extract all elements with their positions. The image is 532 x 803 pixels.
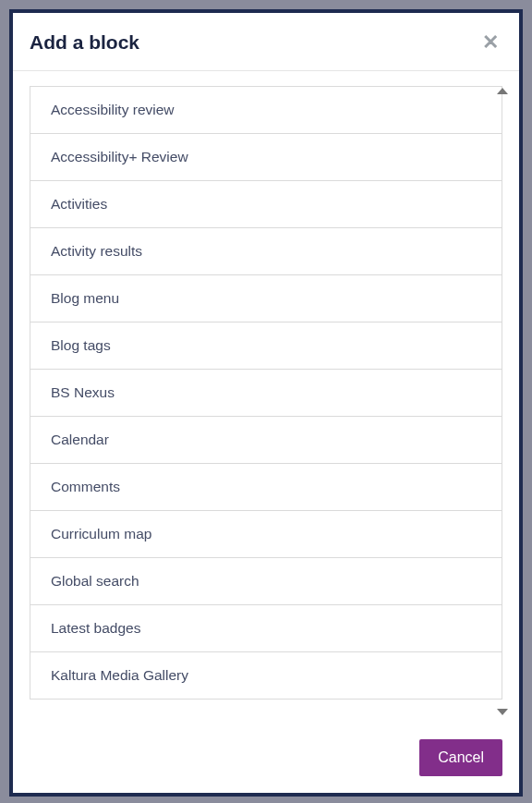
modal-body: Accessibility reviewAccessibility+ Revie… [13,71,519,726]
cancel-button[interactable]: Cancel [419,739,502,776]
block-item[interactable]: Blog menu [30,275,502,322]
close-button[interactable]: ✕ [478,32,502,53]
block-item-label: Blog menu [51,290,119,306]
block-item-label: Curriculum map [51,526,151,541]
modal-header: Add a block ✕ [13,13,519,71]
block-item-label: Kaltura Media Gallery [51,667,188,683]
block-item[interactable]: Latest badges [30,605,502,652]
scroll-down-icon [497,709,508,715]
block-list: Accessibility reviewAccessibility+ Revie… [30,86,502,700]
block-item[interactable]: Comments [30,464,502,511]
block-item[interactable]: Calendar [30,417,502,464]
close-icon: ✕ [482,30,499,54]
add-block-modal: Add a block ✕ Accessibility reviewAccess… [9,9,523,797]
modal-title: Add a block [30,31,139,54]
block-list-scroll[interactable]: Accessibility reviewAccessibility+ Revie… [30,86,510,717]
scroll-up-icon [497,88,508,94]
block-item-label: Comments [51,479,120,494]
block-item-label: Accessibility+ Review [51,149,188,164]
modal-footer: Cancel [13,726,519,793]
block-item[interactable]: Curriculum map [30,511,502,558]
block-item[interactable]: Activity results [30,228,502,275]
block-item[interactable]: Kaltura Media Gallery [30,652,502,700]
block-item-label: Activities [51,196,107,212]
block-item-label: Latest badges [51,620,140,636]
block-item-label: Blog tags [51,337,111,353]
block-item-label: Activity results [51,243,142,259]
block-item-label: Global search [51,573,139,589]
block-item[interactable]: Accessibility review [30,87,502,134]
block-item[interactable]: BS Nexus [30,370,502,417]
block-item[interactable]: Accessibility+ Review [30,134,502,181]
block-item[interactable]: Global search [30,558,502,605]
block-item-label: BS Nexus [51,384,115,400]
block-item-label: Accessibility review [51,102,175,117]
block-item-label: Calendar [51,432,109,447]
block-item[interactable]: Blog tags [30,322,502,370]
block-item[interactable]: Activities [30,181,502,228]
